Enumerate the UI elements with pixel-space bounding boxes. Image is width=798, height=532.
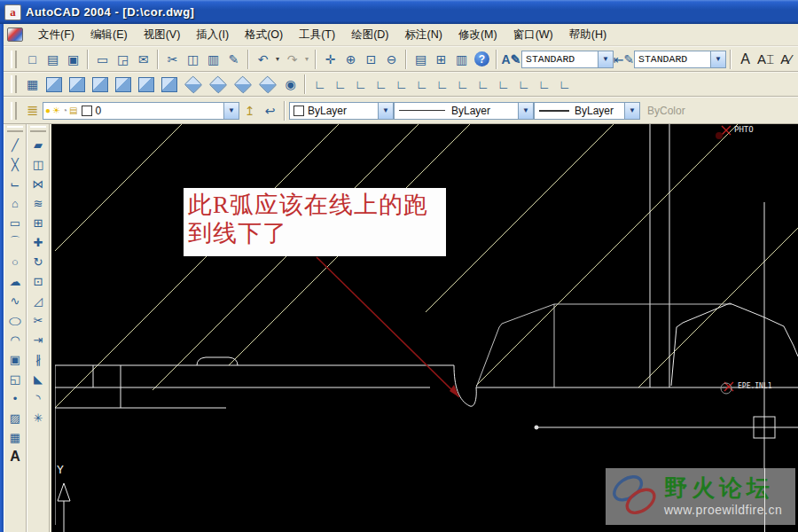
point-icon[interactable]: • (5, 388, 25, 408)
ucs-x-icon[interactable]: ∟ (493, 74, 513, 95)
ucs-object-icon[interactable]: ∟ (371, 74, 391, 95)
chevron-down-icon[interactable]: ▼ (710, 51, 725, 67)
help-icon[interactable]: ? (474, 51, 489, 66)
linetype-combo[interactable]: ByLayer ▼ (394, 102, 534, 120)
chevron-down-icon[interactable]: ▼ (378, 103, 393, 119)
menu-item-8[interactable]: 修改(M) (450, 25, 505, 45)
arc-icon[interactable]: ⌒ (5, 232, 25, 252)
polygon-icon[interactable]: ⌂ (5, 193, 25, 213)
chamfer-icon[interactable]: ◣ (28, 369, 48, 388)
paste-icon[interactable]: ▥ (203, 49, 223, 69)
rectangle-icon[interactable]: ▭ (5, 213, 25, 232)
menu-item-2[interactable]: 视图(V) (136, 25, 189, 45)
toolbar-drag-handle[interactable] (11, 51, 17, 68)
scale-icon[interactable]: ⊡ (28, 271, 48, 291)
ellipse-arc-icon[interactable]: ◠ (5, 330, 25, 349)
copy-object-icon[interactable]: ◫ (28, 154, 48, 174)
edit-text-icon[interactable]: A⌶ (755, 49, 776, 69)
designcenter-icon[interactable]: ⊞ (431, 49, 451, 69)
hatch-icon[interactable]: ▨ (5, 408, 25, 427)
menu-item-7[interactable]: 标注(N) (397, 25, 450, 45)
spline-icon[interactable]: ∿ (5, 291, 25, 310)
undo-icon[interactable]: ↶ (253, 49, 273, 69)
toolbar-drag-handle[interactable] (7, 126, 23, 132)
annotation-textbox[interactable]: 此R弧应该在线上的跑 到线下了 (184, 188, 446, 256)
circle-icon[interactable]: ○ (5, 252, 25, 271)
mirror-icon[interactable]: ⋈ (28, 174, 48, 193)
fillet-icon[interactable]: ◝ (28, 388, 48, 408)
stretch-icon[interactable]: ◿ (28, 291, 48, 310)
cube-bottom-view-icon[interactable] (69, 77, 85, 92)
explode-icon[interactable]: ✳ (28, 408, 48, 427)
zoom-realtime-icon[interactable]: ⊕ (340, 49, 361, 69)
open-icon[interactable]: ▤ (43, 49, 63, 69)
match-properties-icon[interactable]: ✎ (223, 49, 244, 69)
pan-icon[interactable]: ✛ (320, 49, 340, 69)
color-combo[interactable]: ByLayer ▼ (289, 102, 394, 120)
dropdown-arrow-icon[interactable]: ▾ (273, 49, 282, 69)
toolbar-drag-handle[interactable] (30, 126, 46, 132)
dim-style-icon[interactable]: ⇤✎ (614, 49, 634, 69)
redo-gray-icon[interactable]: ↷ (282, 49, 302, 69)
save-icon[interactable]: ▣ (63, 49, 83, 69)
layer-lock-icon[interactable]: ◔ (62, 106, 67, 115)
layer-freeze-icon[interactable]: ☀ (52, 106, 60, 115)
layer-plot-icon[interactable]: ▤ (69, 106, 77, 115)
drawing-canvas[interactable]: 此R弧应该在线上的跑 到线下了 PHTO EPE.INL1 Y 野火论坛 www… (51, 124, 798, 532)
ucs-face-icon[interactable]: ∟ (391, 74, 411, 95)
ucs-previous-icon[interactable]: ∟ (350, 74, 371, 95)
chevron-down-icon[interactable]: ▼ (518, 103, 533, 119)
toolbar-drag-handle[interactable] (11, 75, 17, 93)
ucs-apply-icon[interactable]: ∟ (554, 74, 575, 95)
ucs-zaxis-icon[interactable]: ∟ (452, 74, 473, 95)
line-icon[interactable]: ╱ (5, 135, 25, 154)
ucs-3point-icon[interactable]: ∟ (473, 74, 493, 95)
title-bar[interactable]: a AutoCAD 2004 - [D:\cor.dwg] (0, 0, 798, 24)
new-icon[interactable]: □ (22, 49, 43, 69)
iso-nw-view-icon[interactable] (259, 75, 277, 93)
menu-item-6[interactable]: 绘图(D) (343, 25, 396, 45)
ucs-view-icon[interactable]: ∟ (411, 74, 432, 95)
text-scale-icon[interactable]: A⁄ (776, 49, 796, 69)
cube-top-view-icon[interactable] (46, 77, 62, 92)
move-icon[interactable]: ✚ (28, 232, 48, 252)
cube-back-view-icon[interactable] (161, 77, 177, 92)
break-icon[interactable]: ∦ (28, 349, 48, 369)
publish-icon[interactable]: ✉ (133, 49, 153, 69)
layers-manager-icon[interactable]: ≣ (22, 100, 43, 121)
iso-se-view-icon[interactable] (209, 75, 227, 93)
region-icon[interactable]: ▦ (5, 427, 25, 447)
insert-block-icon[interactable]: ▣ (5, 349, 25, 369)
dim-style-combo[interactable]: STANDARD ▼ (634, 51, 726, 68)
iso-sw-view-icon[interactable] (184, 75, 202, 93)
drawing-file-icon[interactable] (7, 27, 23, 42)
rotate-icon[interactable]: ↻ (28, 252, 48, 271)
extend-icon[interactable]: ⇥ (28, 330, 48, 349)
ucs-icon[interactable]: ∟ (309, 74, 330, 95)
tool-palettes-icon[interactable]: ▥ (451, 49, 472, 69)
named-views-icon[interactable]: ▦ (22, 74, 43, 95)
zoom-previous-icon[interactable]: ⊖ (381, 49, 402, 69)
construction-line-icon[interactable]: ╳ (5, 154, 25, 174)
ellipse-icon[interactable]: ◯ (5, 310, 25, 330)
cube-left-view-icon[interactable] (92, 77, 108, 92)
ucs-origin-icon[interactable]: ∟ (432, 74, 452, 95)
chevron-down-icon[interactable]: ▼ (223, 103, 239, 119)
menu-item-4[interactable]: 格式(O) (237, 25, 291, 45)
menu-item-10[interactable]: 帮助(H) (561, 25, 614, 45)
lineweight-combo[interactable]: ByLayer ▼ (534, 102, 640, 120)
cut-icon[interactable]: ✂ (162, 49, 183, 69)
iso-ne-view-icon[interactable] (234, 75, 252, 93)
menu-item-1[interactable]: 编辑(E) (82, 25, 136, 45)
layer-combo[interactable]: ● ☀ ◔ ▤ 0 ▼ (43, 102, 239, 120)
make-block-icon[interactable]: ◱ (5, 369, 25, 388)
cube-front-view-icon[interactable] (138, 77, 154, 92)
single-text-icon[interactable]: A (735, 49, 755, 69)
polyline-icon[interactable]: ⌙ (5, 174, 25, 193)
camera-icon[interactable]: ◉ (280, 74, 301, 95)
cube-right-view-icon[interactable] (115, 77, 131, 92)
chevron-down-icon[interactable]: ▼ (598, 51, 613, 67)
ucs-z-icon[interactable]: ∟ (534, 74, 554, 95)
array-icon[interactable]: ⊞ (28, 213, 48, 232)
print-icon[interactable]: ▭ (92, 49, 113, 69)
